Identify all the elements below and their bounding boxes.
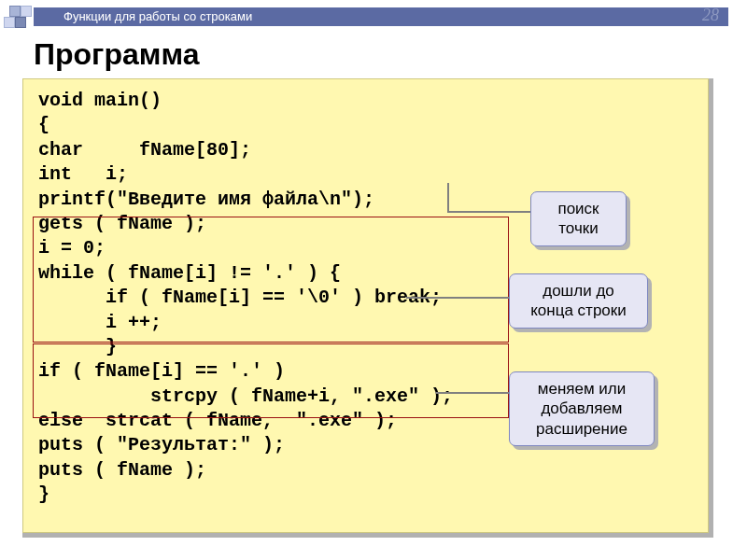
callout-pointer [436,392,509,394]
callout-find-dot: поиск точки [530,191,627,246]
code-line: } [38,335,693,359]
callout-pointer [406,297,509,299]
code-line: void main() [38,89,693,113]
callout-pointer [448,211,530,213]
callout-text: поиск точки [557,200,599,237]
breadcrumb: Функции для работы со строками [34,7,728,26]
header: Функции для работы со строками 28 [0,0,747,37]
code-line: { [38,113,693,137]
code-line: char fName[80]; [38,138,693,162]
callout-text: меняем или добавляем расширение [536,380,627,438]
callout-text: дошли до конца строки [530,282,627,319]
callout-change-extension: меняем или добавляем расширение [509,371,655,446]
breadcrumb-text: Функции для работы со строками [63,9,252,23]
code-line: } [38,483,693,507]
page-number: 28 [702,6,719,25]
code-line: int i; [38,162,693,187]
code-line: puts ( fName ); [38,458,693,483]
page-title: Программа [34,37,199,72]
callout-end-of-string: дошли до конца строки [509,273,648,329]
